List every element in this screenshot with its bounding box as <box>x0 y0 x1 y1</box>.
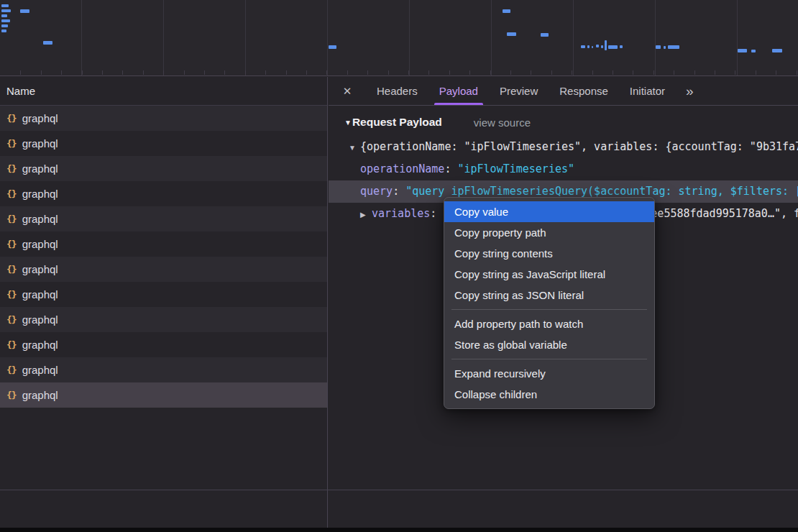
network-request-row[interactable]: {}graphql <box>0 156 327 181</box>
menu-item-store-as-global-variable[interactable]: Store as global variable <box>444 334 654 355</box>
menu-item-copy-string-as-javascript-literal[interactable]: Copy string as JavaScript literal <box>444 264 654 285</box>
json-braces-icon: {} <box>6 339 17 350</box>
overview-gridline <box>491 0 492 75</box>
network-request-row[interactable]: {}graphql <box>0 257 327 282</box>
tab-payload[interactable]: Payload <box>428 77 489 105</box>
overview-ruler-tick <box>735 70 735 75</box>
menu-item-add-property-path-to-watch[interactable]: Add property path to watch <box>444 313 654 334</box>
overview-ruler-tick <box>674 70 674 75</box>
menu-item-collapse-children[interactable]: Collapse children <box>444 384 654 405</box>
menu-item-expand-recursively[interactable]: Expand recursively <box>444 363 654 384</box>
network-activity-bar <box>1 4 9 7</box>
network-activity-bar <box>1 14 7 17</box>
request-name-label: graphql <box>22 389 58 401</box>
overview-gridline <box>573 0 574 75</box>
overview-ruler-tick <box>715 70 715 75</box>
json-braces-icon: {} <box>6 364 17 375</box>
network-activity-bar <box>1 24 8 27</box>
json-braces-icon: {} <box>6 188 17 199</box>
network-activity-bar <box>738 49 747 52</box>
tree-text-string: "query ipFlowTimeseriesQuery($accountTag… <box>405 185 798 198</box>
network-activity-bar <box>601 45 603 48</box>
menu-item-copy-property-path[interactable]: Copy property path <box>444 222 654 243</box>
detail-tabs: HeadersPayloadPreviewResponseInitiator <box>366 77 676 105</box>
view-source-link[interactable]: view source <box>474 116 531 129</box>
tree-text-key: variables <box>372 207 430 220</box>
overview-gridline <box>163 0 164 75</box>
network-request-row[interactable]: {}graphql <box>0 181 327 206</box>
network-request-row[interactable]: {}graphql <box>0 282 327 307</box>
payload-tree-row[interactable]: ▼{operationName: "ipFlowTimeseries", var… <box>329 136 798 158</box>
json-braces-icon: {} <box>6 138 17 149</box>
network-request-row[interactable]: {}graphql <box>0 307 327 332</box>
overview-ruler-tick <box>184 70 185 75</box>
overview-ruler-tick <box>408 70 409 75</box>
request-name-label: graphql <box>22 364 58 376</box>
context-menu: Copy valueCopy property pathCopy string … <box>444 197 655 409</box>
tab-headers[interactable]: Headers <box>366 77 428 105</box>
overview-ruler-tick <box>102 70 103 75</box>
overview-ruler-tick <box>449 70 450 75</box>
overview-gridline <box>409 0 410 75</box>
tab-response[interactable]: Response <box>549 77 619 105</box>
request-name-label: graphql <box>22 188 58 200</box>
network-activity-bar <box>664 46 666 49</box>
overview-ruler-tick <box>388 70 389 75</box>
expanded-triangle-icon[interactable]: ▼ <box>349 137 360 158</box>
more-tabs-icon[interactable]: » <box>686 83 692 99</box>
tab-preview[interactable]: Preview <box>489 77 549 105</box>
network-request-row[interactable]: {}graphql <box>0 332 327 357</box>
network-activity-bar <box>608 45 618 49</box>
network-activity-bar <box>1 29 6 32</box>
overview-ruler-tick <box>143 70 144 75</box>
network-request-row[interactable]: {}graphql <box>0 131 327 156</box>
close-icon[interactable]: ✕ <box>329 85 366 98</box>
disclosure-triangle-icon[interactable]: ▼ <box>344 119 352 127</box>
network-request-row[interactable]: {}graphql <box>0 382 327 408</box>
network-overview-timeline[interactable] <box>0 0 798 76</box>
overview-gridline <box>737 0 738 75</box>
overview-ruler-tick <box>286 70 287 75</box>
network-activity-bar <box>1 9 11 12</box>
menu-item-copy-value[interactable]: Copy value <box>444 201 654 222</box>
json-braces-icon: {} <box>6 214 17 224</box>
network-activity-bar <box>592 46 593 48</box>
overview-ruler-tick <box>122 70 123 75</box>
tab-initiator[interactable]: Initiator <box>619 77 676 105</box>
network-activity-bar <box>581 45 585 48</box>
request-name-label: graphql <box>22 339 58 351</box>
network-request-row[interactable]: {}graphql <box>0 231 327 257</box>
overview-ruler-tick <box>61 70 62 75</box>
network-activity-bar <box>587 45 590 48</box>
name-column-header[interactable]: Name <box>0 77 327 106</box>
json-braces-icon: {} <box>6 163 17 174</box>
overview-ruler-tick <box>531 70 531 75</box>
overview-ruler-tick <box>469 70 470 75</box>
payload-tree-row[interactable]: operationName: "ipFlowTimeseries" <box>329 158 798 180</box>
tree-text-plain: : <box>430 207 443 220</box>
footer-divider <box>0 490 798 490</box>
menu-item-copy-string-contents[interactable]: Copy string contents <box>444 243 654 264</box>
network-activity-bar <box>1 19 10 22</box>
overview-ruler-tick <box>551 70 552 75</box>
network-activity-bar <box>668 45 679 49</box>
overview-ruler-tick <box>613 70 613 75</box>
network-request-row[interactable]: {}graphql <box>0 206 327 231</box>
tree-text-plain: : <box>393 185 405 198</box>
overview-ruler-tick <box>41 70 42 75</box>
network-activity-bar <box>605 40 607 50</box>
overview-ruler-tick <box>265 70 266 75</box>
network-activity-bar <box>20 9 29 13</box>
network-request-row[interactable]: {}graphql <box>0 106 327 131</box>
network-request-row[interactable]: {}graphql <box>0 357 327 382</box>
json-braces-icon: {} <box>6 314 17 325</box>
menu-separator <box>451 309 647 310</box>
menu-item-copy-string-as-json-literal[interactable]: Copy string as JSON literal <box>444 285 654 306</box>
overview-ruler-tick <box>592 70 593 75</box>
name-column-label: Name <box>6 85 35 97</box>
request-name-label: graphql <box>22 137 58 150</box>
overview-ruler-tick <box>756 70 756 75</box>
request-name-label: graphql <box>22 162 58 175</box>
collapsed-triangle-icon[interactable]: ▶ <box>360 203 372 225</box>
request-name-label: graphql <box>22 263 58 275</box>
